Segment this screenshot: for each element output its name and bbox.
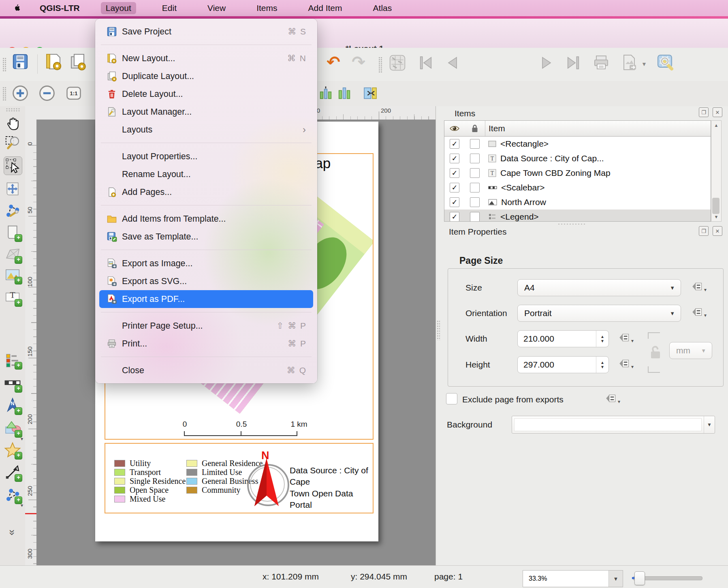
- menu-item-save-as-template[interactable]: Save as Template...: [95, 228, 317, 246]
- lock-checkbox[interactable]: [470, 212, 480, 222]
- zoom-level-combo[interactable]: 33.3% ▼: [523, 570, 623, 587]
- menu-item-duplicate-layout[interactable]: Duplicate Layout...: [95, 67, 317, 85]
- scrollbar-thumb[interactable]: [712, 198, 719, 214]
- menu-layout[interactable]: Layout: [101, 2, 136, 14]
- scroll-up-icon[interactable]: ▲: [711, 121, 721, 130]
- menu-item-new-layout[interactable]: New Layout...⌘ N: [95, 49, 317, 67]
- visibility-checkbox[interactable]: ✓: [450, 139, 459, 149]
- orientation-data-defined-icon[interactable]: ▾: [691, 306, 707, 318]
- background-color-button[interactable]: ▼: [512, 416, 715, 434]
- menu-edit[interactable]: Edit: [157, 2, 181, 14]
- link-dimensions-lock-icon[interactable]: [648, 332, 664, 373]
- menu-item-export-as-image[interactable]: Export as Image...: [95, 254, 317, 272]
- menu-item-export-as-svg[interactable]: Export as SVG...: [95, 272, 317, 290]
- height-data-defined-icon[interactable]: ▾: [618, 357, 634, 370]
- float-items-panel-icon[interactable]: ❐: [699, 107, 709, 117]
- undo-icon[interactable]: ↶: [324, 53, 343, 71]
- apple-icon[interactable]: [14, 4, 22, 13]
- items-row-scalebar[interactable]: ✓ <Scalebar>: [444, 180, 711, 195]
- menu-item-print[interactable]: Print...⌘ P: [95, 335, 317, 353]
- lock-checkbox[interactable]: [470, 183, 480, 192]
- menu-items[interactable]: Items: [252, 2, 282, 14]
- toolbar-grip[interactable]: [2, 58, 6, 72]
- close-properties-panel-icon[interactable]: ✕: [713, 226, 722, 236]
- visibility-checkbox[interactable]: ✓: [450, 197, 459, 207]
- size-data-defined-icon[interactable]: ▾: [691, 280, 707, 293]
- size-combo[interactable]: A4 ▼: [517, 279, 681, 296]
- exclude-data-defined-icon[interactable]: ▾: [605, 392, 620, 404]
- move-content-tool-icon[interactable]: [4, 180, 21, 198]
- toolbox-grip[interactable]: [6, 108, 20, 112]
- zoom-slider-handle[interactable]: [634, 571, 645, 585]
- add-page-icon[interactable]: +: [4, 223, 21, 241]
- app-menu-qgis[interactable]: QGIS-LTR: [40, 3, 80, 13]
- background-dropdown-arrow-icon[interactable]: ▼: [704, 416, 715, 433]
- toolbar-grip-3[interactable]: [2, 87, 6, 101]
- menu-item-layouts-submenu[interactable]: Layouts›: [95, 121, 317, 139]
- exclude-page-checkbox[interactable]: [446, 393, 457, 404]
- zoom-in-icon[interactable]: [11, 83, 30, 103]
- redo-icon[interactable]: ↷: [349, 53, 368, 71]
- width-data-defined-icon[interactable]: ▾: [618, 331, 634, 344]
- add-node-item-icon[interactable]: + ▾: [4, 485, 21, 503]
- atlas-settings-icon[interactable]: [655, 52, 677, 73]
- toolbar-grip-2[interactable]: [378, 57, 382, 73]
- add-legend-icon[interactable]: +: [4, 351, 21, 369]
- menu-item-rename-layout[interactable]: Rename Layout...: [95, 165, 317, 183]
- menu-item-layout-properties[interactable]: Layout Properties...: [95, 148, 317, 165]
- add-shape-icon[interactable]: + ▾: [4, 419, 21, 437]
- zoom-combo-arrow-icon[interactable]: ▼: [608, 571, 623, 587]
- lock-checkbox[interactable]: [470, 154, 480, 163]
- more-tools-chevron-icon[interactable]: »: [4, 524, 21, 541]
- menu-add-item[interactable]: Add Item: [303, 2, 347, 14]
- menu-item-layout-manager[interactable]: Layout Manager...: [95, 103, 317, 121]
- close-items-panel-icon[interactable]: ✕: [713, 107, 722, 117]
- items-row-north-arrow[interactable]: ✓ North Arrow: [444, 195, 711, 210]
- menu-item-printer-page-setup[interactable]: Printer Page Setup...⇧ ⌘ P: [95, 317, 317, 335]
- items-row-title-label[interactable]: ✓ TCape Town CBD Zoning Map: [444, 166, 711, 180]
- visibility-checkbox[interactable]: ✓: [450, 154, 459, 163]
- dock-splitter-handle[interactable]: [437, 320, 440, 340]
- menu-item-add-pages[interactable]: Add Pages...: [95, 183, 317, 201]
- items-row-legend[interactable]: ✓ <Legend>: [444, 210, 711, 222]
- scroll-down-icon[interactable]: ▼: [711, 212, 721, 221]
- float-properties-panel-icon[interactable]: ❐: [699, 226, 709, 236]
- zoom-out-icon[interactable]: [37, 83, 57, 103]
- menu-item-add-items-from-template[interactable]: Add Items from Template...: [95, 210, 317, 228]
- add-marker-icon[interactable]: +: [4, 441, 21, 459]
- visibility-checkbox[interactable]: ✓: [450, 183, 459, 192]
- menu-item-save-project[interactable]: Save Project⌘ S: [95, 23, 317, 41]
- height-spinbox[interactable]: 297.000 ▲▼: [517, 356, 609, 373]
- orientation-combo[interactable]: Portrait ▼: [517, 305, 681, 322]
- lock-checkbox[interactable]: [470, 139, 480, 149]
- add-3d-map-icon[interactable]: +: [4, 245, 21, 263]
- items-scrollbar[interactable]: ▲ ▼: [711, 120, 722, 222]
- items-row-datasource-label[interactable]: ✓ TData Source : City of Cap...: [444, 151, 711, 166]
- duplicate-layout-button[interactable]: [68, 52, 88, 71]
- menu-item-delete-layout[interactable]: Delete Layout...: [95, 85, 317, 103]
- select-move-item-tool-icon[interactable]: [4, 156, 22, 175]
- items-table[interactable]: Item ✓ <Rectangle> ✓ TData Source : City…: [444, 120, 711, 222]
- edit-nodes-tool-icon[interactable]: [4, 202, 21, 220]
- zoom-tool-icon[interactable]: [4, 134, 21, 152]
- menu-item-export-as-pdf[interactable]: Export as PDF...: [99, 290, 313, 308]
- menu-item-close[interactable]: Close⌘ Q: [95, 361, 317, 379]
- raise-items-icon[interactable]: [317, 84, 335, 102]
- height-spin-arrows[interactable]: ▲▼: [596, 357, 608, 373]
- new-layout-button[interactable]: [44, 52, 63, 71]
- items-row-rectangle[interactable]: ✓ <Rectangle>: [444, 137, 711, 151]
- lock-checkbox[interactable]: [470, 197, 480, 207]
- zoom-actual-icon[interactable]: 1:1: [64, 83, 83, 103]
- add-scalebar-icon[interactable]: +: [4, 374, 21, 392]
- panel-splitter-handle[interactable]: [557, 223, 586, 226]
- lock-checkbox[interactable]: [470, 168, 480, 178]
- align-items-icon[interactable]: [361, 84, 379, 102]
- width-spin-arrows[interactable]: ▲▼: [596, 331, 608, 347]
- visibility-checkbox[interactable]: ✓: [450, 212, 459, 222]
- lower-items-icon[interactable]: [335, 84, 353, 102]
- menu-atlas[interactable]: Atlas: [368, 2, 397, 14]
- menu-view[interactable]: View: [203, 2, 231, 14]
- add-arrow-icon[interactable]: +: [4, 463, 21, 481]
- legend-frame-rectangle[interactable]: Utility Transport Single Residence Open …: [105, 443, 374, 513]
- add-label-icon[interactable]: T +: [4, 288, 21, 306]
